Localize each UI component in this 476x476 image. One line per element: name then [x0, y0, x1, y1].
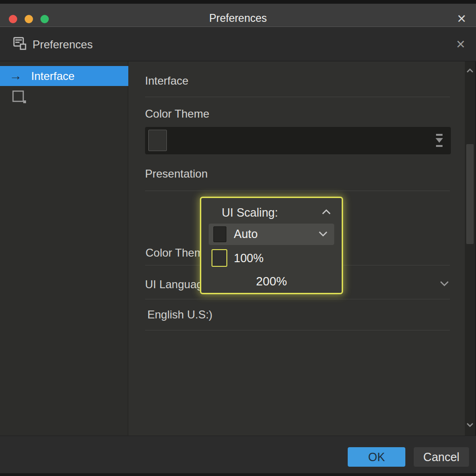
- ui-scaling-option-200[interactable]: 200%: [201, 274, 342, 289]
- divider: [145, 330, 450, 331]
- color-theme-swatch: [148, 130, 167, 151]
- color-theme-label: Color Theme: [145, 107, 209, 120]
- dialog-close-icon[interactable]: ✕: [453, 36, 469, 52]
- color-theme-dropdown[interactable]: [145, 127, 451, 154]
- ui-scaling-title: UI Scaling:: [222, 206, 278, 219]
- sidebar-item-label: Interface: [31, 70, 74, 83]
- window-bottom-edge: [0, 473, 476, 476]
- chevron-up-icon[interactable]: [320, 208, 332, 216]
- dialog-title: Preferences: [33, 38, 93, 51]
- ui-scaling-selected-value: Auto: [234, 227, 258, 241]
- cancel-button[interactable]: Cancel: [414, 447, 469, 467]
- chevron-down-icon: [317, 230, 329, 238]
- ui-scaling-100-swatch: [212, 249, 227, 267]
- dialog-header: Preferences ✕: [0, 27, 476, 61]
- close-icon[interactable]: ✕: [454, 11, 469, 26]
- ui-language-value: English U.S:): [147, 308, 212, 321]
- preferences-panel-icon: [13, 36, 28, 52]
- presentation-label: Presentation: [145, 167, 208, 180]
- divider: [145, 97, 450, 97]
- sidebar-item-tool-icon[interactable]: [12, 89, 27, 105]
- ok-button[interactable]: OK: [348, 447, 405, 467]
- window-top-edge: [0, 0, 476, 4]
- ui-scaling-popup: UI Scaling: Auto 100% 200%: [200, 197, 343, 294]
- ui-scaling-100-label: 100%: [234, 251, 264, 265]
- dropdown-spinner-icon: [434, 133, 444, 149]
- ui-scaling-dropdown[interactable]: Auto: [209, 224, 334, 245]
- divider: [145, 299, 450, 299]
- divider: [145, 191, 450, 191]
- scroll-up-icon[interactable]: [466, 68, 474, 73]
- sidebar-item-interface[interactable]: → Interface: [0, 66, 128, 86]
- content-heading: Interface: [145, 74, 188, 87]
- window-title: Preferences: [0, 12, 476, 25]
- scrollbar-thumb[interactable]: [466, 144, 474, 244]
- ui-scaling-auto-swatch: [213, 226, 226, 242]
- vertical-scrollbar[interactable]: [465, 61, 475, 436]
- arrow-right-icon: →: [9, 70, 22, 82]
- titlebar: Preferences ✕: [0, 4, 476, 27]
- sidebar: → Interface: [0, 61, 128, 436]
- footer-bar: OK Cancel: [0, 436, 476, 476]
- scroll-down-icon[interactable]: [466, 422, 474, 428]
- chevron-down-icon[interactable]: [439, 280, 450, 287]
- ui-language-label: UI Language: [145, 278, 209, 291]
- ui-scaling-option-100[interactable]: 100%: [201, 248, 342, 269]
- preferences-window: Preferences ✕ Preferences ✕ → Interface: [0, 0, 476, 476]
